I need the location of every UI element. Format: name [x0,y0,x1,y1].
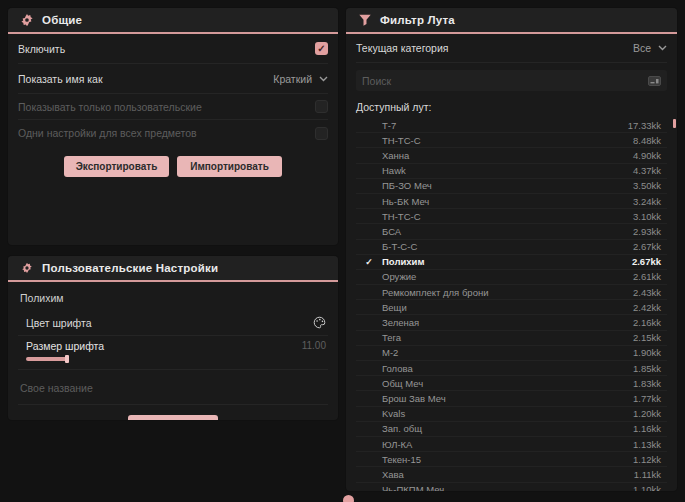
check-icon: ✓ [317,44,325,54]
loot-item-value: 2.16kk [633,317,667,328]
category-row: Текущая категория Все [356,34,667,63]
loot-filter-header: Фильтр Лута [346,8,677,34]
loot-filter-panel: Фильтр Лута Текущая категория Все Поиск … [346,8,677,491]
loot-item-value: 1.90kk [633,347,667,358]
same-settings-label: Одни настройки для всех предметов [18,127,197,139]
loot-item-row[interactable]: Ремкомплект для брони2.43kk [356,285,667,300]
import-button[interactable]: Импортировать [177,156,282,177]
loot-item-value: 4.37kk [633,165,667,176]
loot-filter-title: Фильтр Лута [380,14,455,26]
loot-item-row[interactable]: Хава1.11kk [356,467,667,482]
loot-item-row[interactable]: Б-Т-С-С2.67kk [356,240,667,255]
available-loot-label: Доступный лут: [356,98,667,118]
loot-item-value: 2.43kk [633,287,667,298]
loot-item-name: Брош Зав Меч [382,393,633,404]
loot-item-value: 8.48kk [633,135,667,146]
loot-item-name: Ремкомплект для брони [382,287,633,298]
loot-item-name: Kvals [382,408,633,419]
loot-item-name: М-2 [382,347,633,358]
loot-item-row[interactable]: Тега2.15kk [356,331,667,346]
loot-item-name: Общ Меч [382,378,633,389]
loot-item-row[interactable]: Брош Зав Меч1.77kk [356,391,667,406]
loot-item-value: 1.83kk [633,378,667,389]
loot-item-name: БСА [382,226,633,237]
search-input[interactable]: Поиск [356,70,667,91]
custom-name-input[interactable]: Свое название [20,382,93,394]
custom-settings-panel: Пользовательские Настройки Полихим Цвет … [8,256,338,420]
loot-item-name: Оружие [382,271,633,282]
corner-accent [343,495,354,502]
loot-item-name: Нь-БК Меч [382,196,633,207]
font-color-row[interactable]: Цвет шрифта [18,310,328,336]
loot-item-name: Полихим [382,256,632,267]
loot-item-row[interactable]: Текен-151.12kk [356,452,667,467]
font-size-row: Размер шрифта 11.00 [18,336,328,370]
loot-item-row[interactable]: Чь-ПКПМ Меч1.10kk [356,483,667,492]
loot-item-value: 1.10kk [633,484,667,491]
loot-item-row[interactable]: Т-717.33kk [356,118,667,133]
loot-item-row[interactable]: Голова1.85kk [356,361,667,376]
loot-item-row[interactable]: Зап. общ1.16kk [356,422,667,437]
category-dropdown[interactable]: Все [633,42,667,54]
scrollbar-thumb[interactable] [673,119,676,128]
loot-item-row[interactable]: Вещи2.42kk [356,300,667,315]
loot-item-value: 3.50kk [633,180,667,191]
loot-item-row[interactable]: ПБ-ЗО Меч3.50kk [356,179,667,194]
loot-item-row[interactable]: ТН-ТС-С3.10kk [356,209,667,224]
loot-item-value: 3.10kk [633,211,667,222]
slider-handle[interactable] [65,355,69,363]
loot-item-row[interactable]: Зеленая2.16kk [356,315,667,330]
loot-item-value: 2.61kk [633,271,667,282]
loot-item-value: 17.33kk [628,120,667,131]
loot-item-name: Hawk [382,165,633,176]
loot-item-value: 4.90kk [633,150,667,161]
loot-item-name: Зеленая [382,317,633,328]
export-button[interactable]: Экспортировать [64,156,169,177]
font-size-slider[interactable] [26,357,68,361]
delete-button[interactable]: Удалить [128,415,218,420]
loot-item-name: Ханна [382,150,633,161]
category-value: Все [633,42,651,54]
loot-item-name: ТН-ТС-С [382,211,633,222]
selected-item-name: Полихим [18,282,328,310]
user-settings-icon [20,261,34,275]
setting-row-same-settings: Одни настройки для всех предметов [18,120,328,146]
loot-item-row[interactable]: БСА2.93kk [356,224,667,239]
loot-item-name: Тега [382,332,633,343]
search-options-icon[interactable] [648,76,661,86]
enable-checkbox[interactable]: ✓ [315,42,328,55]
only-custom-checkbox[interactable] [315,100,328,113]
loot-item-row[interactable]: Hawk4.37kk [356,164,667,179]
loot-item-row[interactable]: ЮЛ-КА1.13kk [356,437,667,452]
name-mode-dropdown[interactable]: Краткий [273,73,328,85]
loot-item-row[interactable]: ТН-ТС-С8.48kk [356,133,667,148]
loot-item-row[interactable]: Ханна4.90kk [356,148,667,163]
name-mode-value: Краткий [273,73,312,85]
loot-item-row[interactable]: М-21.90kk [356,346,667,361]
loot-item-value: 2.42kk [633,302,667,313]
custom-settings-title: Пользовательские Настройки [42,262,218,274]
loot-item-value: 1.13kk [633,439,667,450]
loot-item-value: 2.15kk [633,332,667,343]
font-size-value: 11.00 [302,340,326,352]
loot-item-row[interactable]: Оружие2.61kk [356,270,667,285]
loot-item-name: Б-Т-С-С [382,241,633,252]
same-settings-checkbox[interactable] [315,127,328,140]
gear-icon [20,13,34,27]
loot-item-row[interactable]: Kvals1.20kk [356,407,667,422]
general-panel-title: Общие [42,14,82,26]
delete-row: Удалить [18,415,328,420]
loot-list: Т-717.33kkТН-ТС-С8.48kkХанна4.90kkHawk4.… [346,118,677,491]
custom-name-row: Свое название [18,370,328,405]
loot-item-value: 1.77kk [633,393,667,404]
loot-item-value: 1.11kk [634,469,667,480]
loot-item-value: 1.20kk [633,408,667,419]
name-mode-label: Показать имя как [18,73,103,85]
loot-item-name: Голова [382,363,633,374]
loot-item-row[interactable]: Нь-БК Меч3.24kk [356,194,667,209]
loot-item-value: 2.67kk [632,256,667,267]
loot-item-row[interactable]: ✓Полихим2.67kk [356,255,667,270]
loot-item-row[interactable]: Общ Меч1.83kk [356,376,667,391]
palette-icon[interactable] [313,316,326,329]
chevron-down-icon [658,45,667,51]
